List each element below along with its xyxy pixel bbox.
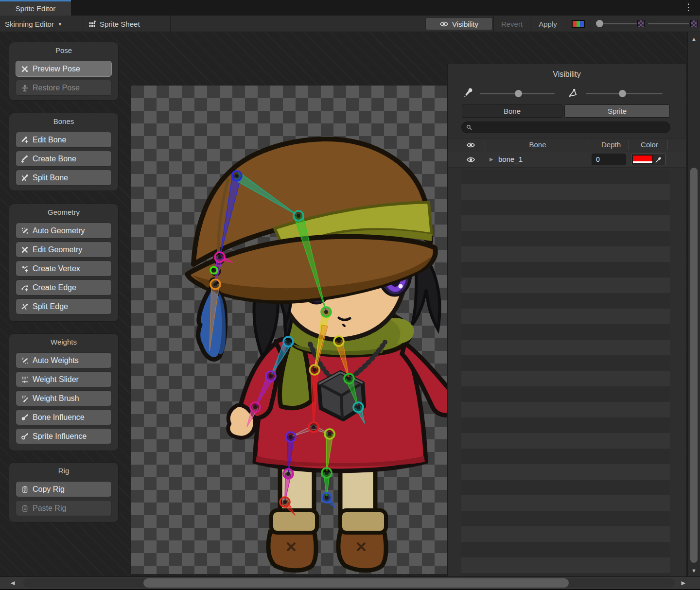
row-color-field[interactable] (631, 154, 666, 165)
horizontal-scrollbar-thumb[interactable] (143, 578, 569, 588)
skinning-editor-dropdown[interactable]: Skinning Editor ▼ (5, 16, 62, 32)
row-disclosure-icon[interactable]: ▶ (490, 156, 493, 162)
tab-bone[interactable]: Bone (462, 104, 562, 118)
bone-search-input[interactable] (475, 123, 665, 132)
preview-pose-label: Preview Pose (33, 65, 80, 73)
copy-rig-label: Copy Rig (33, 485, 65, 494)
auto-weights-icon (21, 357, 29, 364)
weight-brush-button[interactable]: Weight Brush (16, 390, 112, 406)
horizontal-scrollbar[interactable]: ◀ ▶ (0, 576, 700, 589)
bone-joint-center (312, 425, 315, 429)
sprite-sheet-button[interactable]: Sprite Sheet (88, 16, 140, 32)
auto-geometry-label: Auto Geometry (33, 226, 85, 235)
sprite-canvas[interactable] (131, 86, 447, 574)
bone-joint-center (212, 268, 216, 272)
rig-panel: Rig Copy Rig Paste Rig (9, 462, 119, 522)
bone-joint-center (283, 500, 287, 504)
bone-joint-center (325, 496, 329, 500)
split-edge-button[interactable]: Split Edge (16, 298, 112, 314)
row-color-swatch[interactable] (632, 155, 653, 164)
restore-pose-label: Restore Pose (33, 84, 80, 92)
header-color[interactable]: Color (633, 140, 665, 149)
search-icon (466, 124, 472, 130)
eyedropper-icon[interactable] (653, 154, 664, 165)
header-divider (629, 140, 629, 150)
row-depth-input[interactable] (592, 154, 626, 165)
bone-influence-icon (21, 414, 29, 421)
header-depth[interactable]: Depth (594, 140, 629, 149)
split-bone-label: Split Bone (33, 174, 68, 182)
split-edge-icon (21, 303, 29, 311)
geometry-panel-title: Geometry (9, 208, 118, 218)
scroll-down-icon[interactable]: ▼ (691, 568, 697, 573)
character-sprite[interactable] (131, 86, 447, 574)
window-tab-bar: Sprite Editor ⋮ (0, 0, 700, 16)
revert-button[interactable]: Revert (494, 16, 530, 32)
tab-sprite-editor[interactable]: Sprite Editor (0, 0, 71, 16)
bone-joint-center (313, 368, 316, 372)
mesh-opacity-slider-knob[interactable] (619, 90, 626, 97)
bone-joint-center (269, 374, 273, 378)
restore-pose-icon (21, 84, 29, 92)
bone-joint-center (286, 340, 290, 344)
edit-bone-button[interactable]: Edit Bone (16, 132, 112, 148)
bone-joint-center (328, 432, 332, 436)
scroll-right-icon[interactable]: ▶ (682, 580, 685, 586)
auto-weights-button[interactable]: Auto Weights (16, 352, 112, 368)
horizontal-scrollbar-track[interactable] (23, 578, 675, 588)
sprite-influence-label: Sprite Influence (33, 432, 87, 441)
create-edge-button[interactable]: Create Edge (16, 279, 112, 295)
row-bone-name[interactable]: bone_1 (498, 155, 523, 163)
auto-geometry-icon (21, 227, 29, 235)
create-vertex-button[interactable]: Create Vertex (16, 260, 112, 277)
sprite-influence-button[interactable]: Sprite Influence (16, 428, 112, 444)
alpha-texture-icon (637, 20, 645, 27)
edit-geometry-button[interactable]: Edit Geometry (16, 242, 112, 258)
copy-rig-button[interactable]: Copy Rig (16, 481, 112, 497)
bone-influence-button[interactable]: Bone Influence (16, 409, 112, 425)
editor-workspace: Pose Preview Pose Restore Pose Bones Edi… (0, 32, 700, 577)
create-bone-button[interactable]: Create Bone (16, 151, 112, 167)
split-bone-button[interactable]: Split Bone (16, 170, 112, 186)
bone-opacity-slider-knob[interactable] (515, 90, 522, 97)
preview-pose-button[interactable]: Preview Pose (16, 61, 112, 77)
toolbar-divider (566, 16, 566, 32)
bone-table-row[interactable]: ▶ bone_1 (448, 152, 686, 168)
apply-button[interactable]: Apply (531, 16, 565, 32)
header-eye-icon[interactable] (466, 142, 475, 148)
bone-influence-label: Bone Influence (33, 413, 85, 422)
bone-joint-center (218, 255, 222, 259)
bone-joint-center (347, 377, 351, 381)
header-bone[interactable]: Bone (506, 140, 569, 149)
paste-rig-label: Paste Rig (33, 504, 66, 513)
alpha-slider-track[interactable] (603, 23, 637, 24)
paste-rig-button[interactable]: Paste Rig (16, 500, 112, 516)
weights-panel: Weights Auto Weights Weight Slider Weigh… (9, 333, 119, 451)
auto-geometry-button[interactable]: Auto Geometry (16, 223, 112, 239)
channel-rgb-icon[interactable] (572, 20, 585, 28)
window-menu-kebab-icon[interactable]: ⋮ (684, 1, 693, 14)
tab-sprite[interactable]: Sprite (564, 104, 670, 118)
row-eye-icon[interactable] (466, 156, 475, 163)
brightness-slider-track[interactable] (648, 23, 689, 24)
paste-rig-icon (21, 504, 29, 512)
scroll-left-icon[interactable]: ◀ (11, 580, 15, 586)
visibility-panel: Visibility Bone Sprite Bone Depth Color (447, 64, 686, 590)
restore-pose-button[interactable]: Restore Pose (16, 80, 112, 96)
weight-slider-button[interactable]: Weight Slider (16, 371, 112, 387)
pose-panel-title: Pose (9, 46, 118, 56)
bone-search-box[interactable] (461, 121, 670, 133)
visibility-toggle-button[interactable]: Visibility (425, 17, 492, 30)
vertical-scrollbar[interactable]: ▲ ▼ (687, 32, 700, 577)
bone-opacity-icon (462, 87, 473, 98)
scroll-up-icon[interactable]: ▲ (691, 36, 697, 42)
weight-slider-label: Weight Slider (33, 375, 79, 384)
create-edge-label: Create Edge (33, 283, 76, 292)
auto-weights-label: Auto Weights (33, 356, 79, 365)
bone-joint-center (213, 282, 217, 286)
alpha-slider-knob[interactable] (596, 20, 603, 27)
vertical-scrollbar-thumb[interactable] (690, 168, 698, 563)
split-bone-icon (21, 174, 29, 182)
eye-icon (439, 21, 449, 27)
create-bone-label: Create Bone (33, 155, 76, 163)
